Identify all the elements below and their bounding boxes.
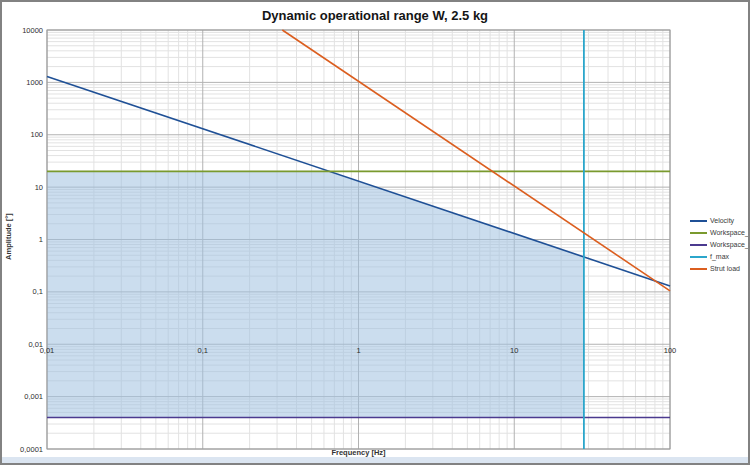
bottom-accent-strip — [2, 457, 748, 463]
y-axis-title: Amplitude [°] — [4, 201, 13, 273]
workspace-min-line-swatch — [690, 244, 707, 246]
svg-text:1: 1 — [39, 235, 43, 244]
legend-item-strut-load: Strut load — [690, 265, 750, 272]
svg-text:1000: 1000 — [26, 78, 43, 87]
legend: Velocity Workspace_max Workspace_min f_m… — [690, 217, 750, 272]
legend-label: Strut load — [710, 265, 740, 272]
plot-canvas: 1000010001001010,10,010,0010,00010,010,1… — [2, 2, 750, 465]
legend-label: f_max — [710, 253, 729, 260]
x-axis-title: Frequency [Hz] — [47, 448, 670, 457]
svg-text:100: 100 — [30, 130, 43, 139]
legend-item-workspace-min: Workspace_min — [690, 241, 750, 248]
strut-load-line-swatch — [690, 268, 707, 270]
svg-text:10: 10 — [35, 183, 43, 192]
svg-text:1: 1 — [356, 346, 360, 355]
svg-text:0,01: 0,01 — [40, 346, 55, 355]
svg-text:10: 10 — [510, 346, 518, 355]
legend-item-velocity: Velocity — [690, 217, 750, 224]
legend-label: Velocity — [710, 217, 734, 224]
workspace-max-line-swatch — [690, 232, 707, 234]
svg-text:0,1: 0,1 — [198, 346, 208, 355]
legend-label: Workspace_max — [710, 229, 750, 236]
svg-text:0,1: 0,1 — [33, 287, 43, 296]
svg-text:10000: 10000 — [22, 26, 43, 35]
f-max-line-swatch — [690, 256, 707, 258]
chart-window: Dynamic operational range W, 2.5 kg 1000… — [0, 0, 750, 465]
legend-label: Workspace_min — [710, 241, 750, 248]
svg-text:0,001: 0,001 — [24, 392, 43, 401]
legend-item-f-max: f_max — [690, 253, 750, 260]
legend-item-workspace-max: Workspace_max — [690, 229, 750, 236]
svg-text:100: 100 — [664, 346, 677, 355]
svg-text:0,0001: 0,0001 — [20, 445, 43, 454]
velocity-line-swatch — [690, 220, 707, 222]
